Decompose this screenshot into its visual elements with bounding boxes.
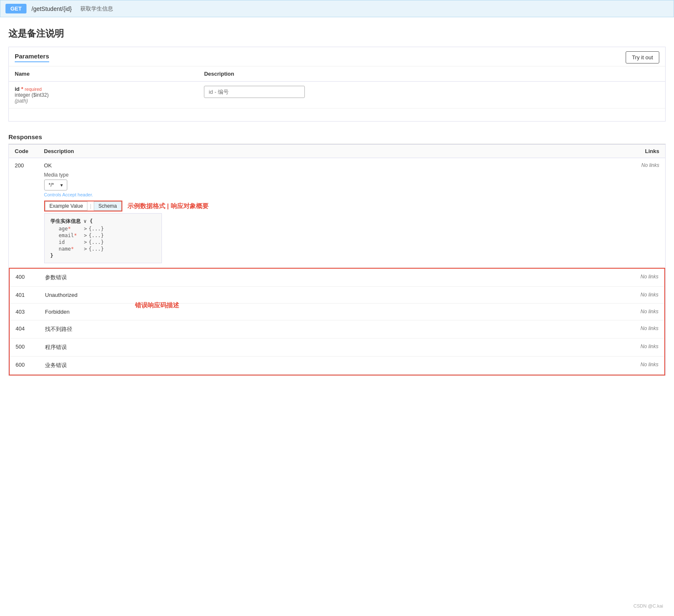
parameters-header: Parameters Try it out [9,47,665,66]
field-key-email: email* [59,233,84,238]
error-links: No links [413,287,664,304]
error-links: No links [413,338,664,357]
error-desc: 找不到路径 [39,320,413,338]
param-location: (path) [15,98,192,104]
error-code: 403 [10,304,39,320]
error-links: No links [413,269,664,287]
error-codes-red-box: 400 参数错误 No links 401 Unauthorized No li… [9,268,665,375]
no-links-200: No links [641,162,659,168]
schema-title-row: 学生实体信息 ∨ { [50,218,156,225]
schema-field-name: name* > {...} [50,246,156,252]
response-links-200: No links [574,158,666,268]
schema-field-age: age* > {...} [50,226,156,232]
response-code-200: 200 [9,158,38,268]
try-it-out-button[interactable]: Try it out [626,51,659,63]
responses-table: Code Description Links 200 OK Media type… [8,144,666,376]
responses-section: Responses Code Description Links 200 OK … [8,130,666,376]
controls-accept-label: Controls Accept header. [44,192,568,197]
parameters-title: Parameters [15,53,49,62]
schema-annotation: 示例数据格式 | 响应对象概要 [127,202,209,210]
field-val-id: {...} [89,239,104,245]
schema-open-brace: { [90,218,93,224]
field-key-name: name* [59,246,84,252]
error-code-row-401: 401 Unauthorized No links [10,287,664,304]
schema-toggle[interactable]: ∨ [84,218,90,224]
endpoint-desc: 获取学生信息 [80,5,113,13]
resp-col-code: Code [9,145,38,158]
error-desc: Forbidden [39,304,413,320]
response-ok-text: OK [44,162,568,169]
error-desc: 参数错误 [39,269,413,287]
error-codes-outer-row: 400 参数错误 No links 401 Unauthorized No li… [9,268,666,376]
error-code-row-404: 404 找不到路径 No links [10,320,664,338]
resp-col-desc: Description [38,145,574,158]
schema-field-email: email* > {...} [50,233,156,238]
error-codes-table: 400 参数错误 No links 401 Unauthorized No li… [10,269,664,375]
error-code: 404 [10,320,39,338]
error-code: 500 [10,338,39,357]
field-val-age: {...} [89,226,104,232]
error-desc: Unauthorized [39,287,413,304]
parameters-section: Parameters Try it out Name Description i… [8,47,666,122]
media-type-select-wrapper[interactable]: */* [44,180,67,190]
schema-entity-title: 学生实体信息 [50,218,81,224]
field-key-id: id [59,239,84,245]
resp-col-links: Links [574,145,666,158]
error-code-row-600: 600 业务错误 No links [10,357,664,375]
response-row-200: 200 OK Media type */* Controls Accept he… [9,158,666,268]
param-id-input[interactable] [204,86,305,98]
parameters-table: Name Description id * required integer (… [9,66,665,108]
main-container: GET /getStudent/{id} 获取学生信息 这是备注说明 Param… [0,0,674,616]
col-description: Description [198,66,665,82]
field-val-email: {...} [89,233,104,238]
error-code: 400 [10,269,39,287]
responses-title: Responses [8,133,42,140]
field-val-name: {...} [89,246,104,252]
method-badge: GET [5,4,26,13]
example-value-tab[interactable]: Example Value [45,201,88,211]
media-type-label: Media type [44,172,568,178]
col-name: Name [9,66,198,82]
error-code-row-403: 403 Forbidden No links [10,304,664,320]
expand-id[interactable]: > [84,239,87,245]
error-code: 401 [10,287,39,304]
error-code-row-400: 400 参数错误 No links [10,269,664,287]
param-name-cell: id * required integer ($int32) (path) [9,82,198,108]
error-code: 600 [10,357,39,375]
expand-name[interactable]: > [84,246,87,252]
endpoint-path: /getStudent/{id} [32,5,72,12]
param-input-cell [198,82,665,108]
endpoint-header: GET /getStudent/{id} 获取学生信息 [0,0,674,17]
schema-box: 学生实体信息 ∨ { age* > {...} email* [44,213,162,263]
error-code-row-500: 500 程序错误 No links [10,338,664,357]
error-desc: 业务错误 [39,357,413,375]
responses-header: Responses [8,130,666,144]
error-codes-container: 400 参数错误 No links 401 Unauthorized No li… [9,268,665,375]
error-desc: 程序错误 [39,338,413,357]
field-key-age: age* [59,226,84,232]
schema-tabs-wrapper: Example Value | Schema 示例数据格式 | 响应对象概要 [44,201,568,212]
annotation-title: 这是备注说明 [0,17,674,47]
expand-age[interactable]: > [84,226,87,232]
schema-field-id: id > {...} [50,239,156,245]
media-type-select[interactable]: */* [44,180,67,190]
footer-text: CSDN @C.kai [634,603,663,608]
error-annotation: 错误响应码描述 [135,301,179,309]
error-links: No links [413,357,664,375]
error-links: No links [413,320,664,338]
required-star: * [21,86,25,92]
expand-email[interactable]: > [84,233,87,238]
required-label: required [25,87,42,92]
param-name: id [15,86,20,92]
error-links: No links [413,304,664,320]
schema-tabs-annotation-box: Example Value | Schema [44,201,123,212]
param-row-id: id * required integer ($int32) (path) [9,82,665,108]
footer: CSDN @C.kai [627,600,670,612]
response-desc-200: OK Media type */* Controls Accept header… [38,158,574,268]
schema-close-brace: } [50,253,156,259]
param-type: integer ($int32) [15,92,192,98]
schema-tab[interactable]: Schema [94,201,122,211]
error-codes-cell: 400 参数错误 No links 401 Unauthorized No li… [9,268,666,376]
